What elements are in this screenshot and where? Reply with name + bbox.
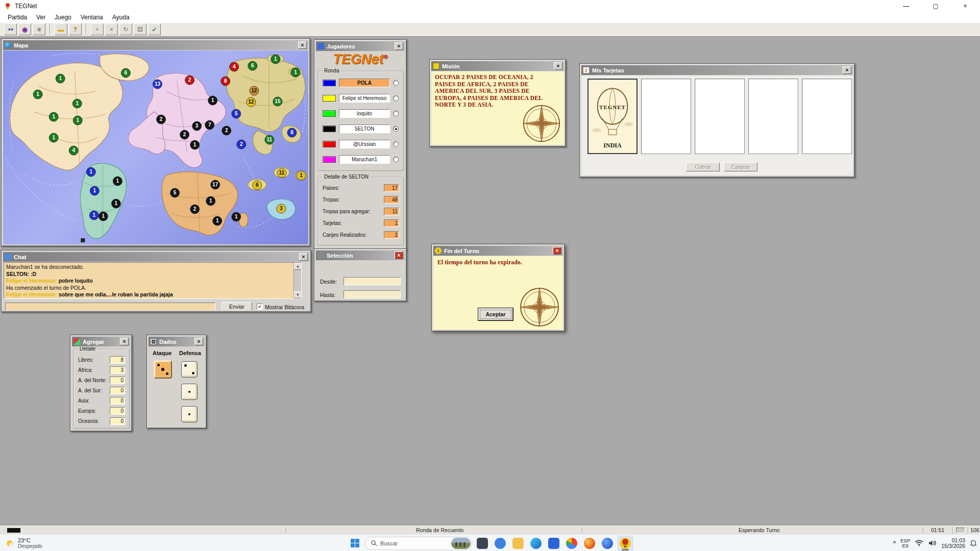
territory-marker[interactable]: 1	[206, 196, 215, 206]
card-slot[interactable]	[802, 79, 852, 154]
scroll-up-button[interactable]: ▲	[294, 263, 302, 270]
taskbar-chrome-icon[interactable]	[564, 536, 579, 551]
chat-close-button[interactable]: ×	[299, 253, 308, 261]
taskbar-tegnet-icon[interactable]	[618, 536, 633, 551]
territory-marker[interactable]: 12	[247, 97, 256, 107]
player-radio[interactable]	[393, 141, 399, 147]
territory-marker[interactable]: 6	[121, 68, 130, 78]
scroll-down-button[interactable]: ▼	[294, 291, 302, 298]
territory-marker[interactable]: 2	[157, 115, 166, 124]
territory-marker[interactable]: 3	[192, 121, 202, 131]
taskbar-copilot-icon[interactable]	[600, 536, 615, 551]
menu-ver[interactable]: Ver	[32, 14, 50, 21]
territory-marker[interactable]: 1	[89, 211, 99, 220]
taskbar-file-explorer-icon[interactable]	[510, 536, 526, 551]
log-window-button[interactable]: ≡	[33, 23, 45, 35]
territory-marker[interactable]: 17	[211, 180, 220, 189]
enviar-button[interactable]: Enviar	[222, 302, 252, 310]
dados-close-button[interactable]: ×	[194, 338, 203, 345]
volume-icon[interactable]	[928, 540, 937, 546]
maximize-button[interactable]: ▢	[921, 0, 950, 12]
territory-marker[interactable]: 1	[213, 216, 222, 226]
menu-ventana[interactable]: Ventana	[76, 14, 108, 21]
territory-marker[interactable]: 1	[291, 68, 300, 77]
territory-marker[interactable]: 1	[208, 96, 217, 105]
taskbar-edge-icon[interactable]	[528, 536, 544, 551]
territory-marker[interactable]: 15	[273, 97, 282, 106]
player-radio[interactable]	[393, 126, 399, 132]
player-radio[interactable]	[393, 157, 399, 162]
territory-marker[interactable]: 1	[113, 177, 122, 186]
desde-input[interactable]	[344, 277, 401, 285]
player-radio[interactable]	[393, 111, 399, 116]
fin-turno-close-button[interactable]: ×	[553, 247, 561, 255]
territory-marker[interactable]: 5	[170, 188, 180, 197]
continent-north-america[interactable]	[10, 63, 122, 170]
player-radio[interactable]	[393, 95, 399, 101]
language-indicator[interactable]: ESP ES	[900, 538, 910, 548]
territory-marker[interactable]: 1	[49, 133, 58, 142]
search-highlight-image[interactable]	[451, 538, 471, 549]
territory-marker[interactable]: 2	[185, 76, 194, 85]
weather-widget[interactable]: 23°C Despejado	[5, 535, 42, 551]
territory-marker[interactable]: 1	[297, 171, 306, 180]
territory-marker[interactable]: 1	[271, 55, 280, 64]
mapa-close-button[interactable]: ×	[298, 41, 307, 49]
territory-marker[interactable]: 6	[253, 181, 262, 190]
tray-chevron-icon[interactable]: ^	[893, 540, 896, 546]
seleccion-close-button[interactable]: ×	[395, 252, 403, 259]
notification-bell-icon[interactable]	[970, 540, 977, 547]
territory-marker[interactable]: 1	[56, 74, 65, 83]
jugadores-close-button[interactable]: ×	[395, 42, 403, 50]
territory-marker[interactable]: 1	[33, 90, 42, 99]
territory-marker[interactable]: 1	[86, 167, 95, 177]
territory-marker[interactable]: 2	[237, 140, 246, 149]
tarjetas-close-button[interactable]: ×	[843, 66, 851, 74]
territory-marker[interactable]: 13	[153, 80, 162, 89]
territory-marker[interactable]: 8	[221, 77, 230, 86]
bitacora-checkbox[interactable]: ✓	[257, 304, 263, 310]
close-button[interactable]: ×	[950, 0, 980, 12]
agregar-close-button[interactable]: ×	[120, 338, 129, 345]
territory-marker[interactable]: 1	[232, 212, 241, 221]
card-slot[interactable]: TEGNETINDIA	[587, 79, 638, 154]
taskbar-firefox-icon[interactable]	[582, 536, 597, 551]
territory-marker[interactable]: 8	[287, 128, 297, 137]
search-box[interactable]: Buscar	[365, 537, 472, 550]
territory-marker[interactable]: 4	[69, 146, 78, 155]
clock[interactable]: 01:03 15/3/2026	[941, 538, 965, 549]
player-radio[interactable]	[393, 80, 399, 86]
map-window-button[interactable]: ◄►	[4, 23, 17, 35]
card-slot[interactable]	[695, 79, 745, 154]
territory-marker[interactable]: 7	[205, 120, 214, 130]
territory-marker[interactable]: 2	[222, 126, 231, 135]
menu-partida[interactable]: Partida	[3, 14, 32, 21]
map-canvas[interactable]: 1111114613112486123721252812121511111111…	[3, 51, 308, 244]
territory-marker[interactable]: 11	[277, 168, 286, 178]
territory-marker[interactable]: 3	[277, 204, 286, 213]
mission-window-button[interactable]: ?	[69, 23, 82, 35]
territory-marker[interactable]: 1	[111, 199, 120, 208]
players-window-button[interactable]: ◉	[18, 23, 31, 35]
taskbar-store-icon[interactable]	[546, 536, 561, 551]
taskbar-task-view-icon[interactable]	[475, 536, 490, 551]
end-turn-button[interactable]: ✓	[148, 23, 161, 35]
territory-marker[interactable]: 1	[99, 212, 108, 221]
mision-close-button[interactable]: ×	[554, 62, 562, 70]
territory-marker[interactable]: 11	[265, 135, 274, 144]
start-button[interactable]	[347, 536, 362, 551]
minimize-button[interactable]: —	[891, 0, 921, 12]
territory-marker[interactable]: 2	[190, 205, 200, 214]
territory-marker[interactable]: 5	[232, 109, 241, 118]
territory-marker[interactable]: 1	[72, 99, 82, 108]
territory-marker[interactable]: 1	[90, 186, 99, 195]
chat-input[interactable]	[5, 303, 215, 310]
card-slot[interactable]	[641, 79, 691, 154]
taskbar-chat-icon[interactable]	[493, 536, 508, 551]
cards-window-button[interactable]: ▬	[55, 23, 67, 35]
chat-scrollbar[interactable]: ▲ ▼	[293, 263, 301, 298]
card-slot[interactable]	[748, 79, 798, 154]
wifi-icon[interactable]	[915, 540, 923, 546]
aceptar-button[interactable]: Aceptar	[478, 308, 513, 320]
chat-log[interactable]: Maruchan1 se ha desconectado.SELTON: :DF…	[4, 262, 302, 299]
